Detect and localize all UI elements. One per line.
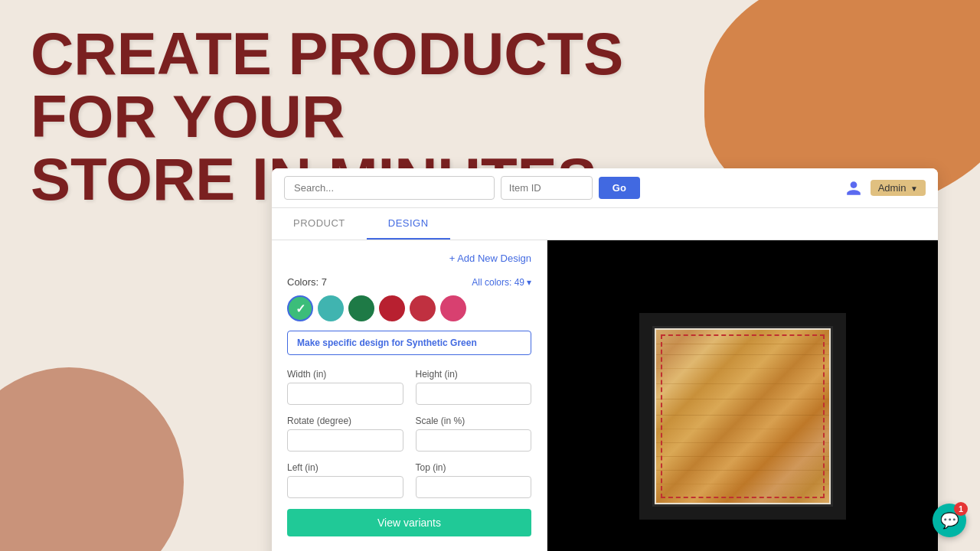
height-label: Height (in) — [416, 369, 532, 380]
width-group: Width (in) — [287, 369, 403, 405]
left-label: Left (in) — [287, 462, 403, 473]
scale-input[interactable] — [416, 429, 532, 452]
top-label: Top (in) — [416, 462, 532, 473]
view-variants-button[interactable]: View variants — [287, 509, 531, 536]
bg-shape-bottom-left — [0, 367, 184, 551]
rotate-input[interactable] — [287, 429, 403, 452]
tab-design[interactable]: DESIGN — [367, 208, 450, 240]
width-label: Width (in) — [287, 369, 403, 380]
wood-texture — [655, 328, 831, 504]
admin-badge[interactable]: Admin ▼ — [871, 180, 926, 196]
color-swatch-dark-red[interactable] — [379, 295, 405, 321]
search-input[interactable] — [284, 176, 495, 200]
selected-checkmark: ✓ — [296, 302, 305, 316]
color-swatch-synthetic-green[interactable]: ✓ — [287, 295, 313, 321]
left-group: Left (in) — [287, 462, 403, 498]
main-panel: Go Admin ▼ PRODUCT DESIGN + Add New Desi… — [272, 168, 938, 551]
tab-product[interactable]: PRODUCT — [272, 208, 367, 240]
scale-group: Scale (in %) — [416, 416, 532, 452]
left-panel: + Add New Design Colors: 7 All colors: 4… — [272, 240, 547, 551]
right-panel — [547, 240, 938, 551]
color-swatch-crimson[interactable] — [410, 295, 436, 321]
chevron-down-icon: ▾ — [527, 277, 531, 288]
add-design-link[interactable]: + Add New Design — [287, 253, 531, 264]
color-swatch-dark-green[interactable] — [348, 295, 374, 321]
width-input[interactable] — [287, 383, 403, 405]
go-button[interactable]: Go — [599, 177, 640, 199]
top-input[interactable] — [416, 476, 532, 498]
color-swatch-pink[interactable] — [440, 295, 466, 321]
admin-dropdown-arrow: ▼ — [910, 184, 918, 193]
user-icon — [843, 178, 864, 199]
content-area: + Add New Design Colors: 7 All colors: 4… — [272, 240, 938, 551]
height-group: Height (in) — [416, 369, 532, 405]
all-colors-button[interactable]: All colors: 49 ▾ — [472, 277, 531, 288]
product-preview-box — [639, 313, 846, 520]
specific-design-box: Make specific design for Synthetic Green — [287, 331, 531, 355]
top-bar: Go Admin ▼ — [272, 168, 938, 208]
top-group: Top (in) — [416, 462, 532, 498]
left-input[interactable] — [287, 476, 403, 498]
colors-count-label: Colors: 7 — [287, 276, 327, 288]
width-height-row: Width (in) Height (in) — [287, 369, 531, 405]
item-id-input[interactable] — [501, 176, 593, 200]
colors-header: Colors: 7 All colors: 49 ▾ — [287, 276, 531, 288]
color-swatch-teal[interactable] — [318, 295, 344, 321]
color-swatches: ✓ — [287, 295, 531, 321]
chat-badge: 1 — [954, 502, 968, 516]
rotate-scale-row: Rotate (degree) Scale (in %) — [287, 416, 531, 452]
chat-widget[interactable]: 💬 1 — [933, 504, 966, 537]
left-top-row: Left (in) Top (in) — [287, 462, 531, 498]
height-input[interactable] — [416, 383, 532, 405]
wood-dashed-border — [661, 334, 825, 498]
scale-label: Scale (in %) — [416, 416, 532, 426]
rotate-label: Rotate (degree) — [287, 416, 403, 426]
tabs-bar: PRODUCT DESIGN — [272, 208, 938, 240]
rotate-group: Rotate (degree) — [287, 416, 403, 452]
